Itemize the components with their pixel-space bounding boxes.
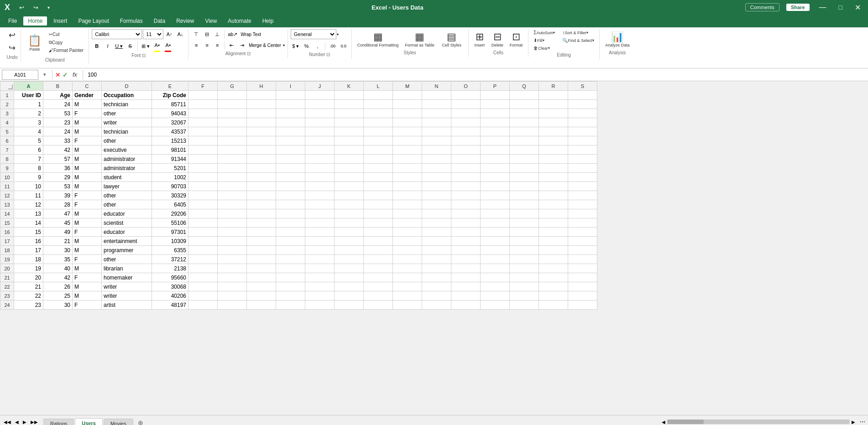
cell-d21[interactable]: homemaker [102, 273, 152, 282]
cell-m6[interactable] [393, 136, 422, 145]
cell-q22[interactable] [510, 282, 539, 291]
cell-h24[interactable] [247, 301, 276, 310]
cell-e18[interactable]: 6355 [152, 246, 188, 255]
cell-a23[interactable]: 22 [14, 291, 43, 301]
cell-o2[interactable] [451, 100, 481, 109]
cell-p4[interactable] [481, 118, 510, 127]
cell-d2[interactable]: technician [102, 100, 152, 109]
cell-o6[interactable] [451, 136, 481, 145]
cell-l11[interactable] [364, 182, 393, 191]
formula-fx-button[interactable]: fx [70, 71, 80, 78]
find-select-button[interactable]: 🔍 Find & Select ▾ [560, 37, 596, 44]
cell-d15[interactable]: scientist [102, 218, 152, 228]
cell-n8[interactable] [422, 155, 451, 164]
cell-j9[interactable] [305, 164, 335, 173]
cell-f19[interactable] [188, 255, 218, 264]
cell-c2[interactable]: M [73, 100, 102, 109]
cell-g11[interactable] [218, 182, 247, 191]
sheet-tab-users[interactable]: Users [75, 418, 103, 425]
clear-button[interactable]: 🗑 Clear ▾ [531, 45, 552, 52]
name-box[interactable]: A101 [2, 70, 38, 80]
cell-r22[interactable] [539, 282, 568, 291]
cell-c11[interactable]: M [73, 182, 102, 191]
cell-b22[interactable]: 26 [43, 282, 73, 291]
cell-m22[interactable] [393, 282, 422, 291]
col-header-l[interactable]: L [364, 82, 393, 91]
cell-i20[interactable] [276, 264, 305, 273]
maximize-button[interactable]: □ [836, 4, 845, 11]
cell-n11[interactable] [422, 182, 451, 191]
cell-h1[interactable] [247, 91, 276, 100]
cell-g19[interactable] [218, 255, 247, 264]
cell-s4[interactable] [568, 118, 597, 127]
cell-o10[interactable] [451, 173, 481, 182]
bold-button[interactable]: B [92, 41, 102, 51]
cell-a20[interactable]: 19 [14, 264, 43, 273]
cell-j4[interactable] [305, 118, 335, 127]
cell-e2[interactable]: 85711 [152, 100, 188, 109]
fill-button[interactable]: ⬇ Fill ▾ [531, 37, 547, 44]
formula-confirm-button[interactable]: ✓ [63, 71, 68, 78]
cell-a19[interactable]: 18 [14, 255, 43, 264]
cell-j12[interactable] [305, 191, 335, 200]
cell-k1[interactable] [335, 91, 364, 100]
cell-e23[interactable]: 40206 [152, 291, 188, 301]
cell-f23[interactable] [188, 291, 218, 301]
cell-m19[interactable] [393, 255, 422, 264]
cell-e16[interactable]: 97301 [152, 228, 188, 237]
cell-a24[interactable]: 23 [14, 301, 43, 310]
tab-nav-right-button[interactable]: ▶▶ [29, 419, 40, 425]
cell-n18[interactable] [422, 246, 451, 255]
cell-k4[interactable] [335, 118, 364, 127]
tab-nav-left-button[interactable]: ◀◀ [2, 419, 13, 425]
cell-f12[interactable] [188, 191, 218, 200]
cell-f10[interactable] [188, 173, 218, 182]
merge-dropdown-icon[interactable]: ▾ [283, 43, 285, 47]
cell-l5[interactable] [364, 127, 393, 136]
cell-j3[interactable] [305, 109, 335, 118]
cell-c17[interactable]: M [73, 237, 102, 246]
underline-button[interactable]: U ▾ [114, 41, 124, 51]
cell-r12[interactable] [539, 191, 568, 200]
cell-e14[interactable]: 29206 [152, 209, 188, 218]
col-header-i[interactable]: I [276, 82, 305, 91]
cell-m10[interactable] [393, 173, 422, 182]
cell-s10[interactable] [568, 173, 597, 182]
cell-a14[interactable]: 13 [14, 209, 43, 218]
cell-i10[interactable] [276, 173, 305, 182]
formula-input[interactable] [86, 70, 866, 80]
cell-r5[interactable] [539, 127, 568, 136]
cell-e9[interactable]: 5201 [152, 164, 188, 173]
cell-n3[interactable] [422, 109, 451, 118]
cell-s19[interactable] [568, 255, 597, 264]
cell-r19[interactable] [539, 255, 568, 264]
cell-k7[interactable] [335, 145, 364, 155]
quick-access-redo[interactable]: ↪ [33, 4, 38, 11]
font-shrink-button[interactable]: A↓ [175, 29, 185, 39]
cell-j13[interactable] [305, 200, 335, 209]
cell-k22[interactable] [335, 282, 364, 291]
cell-r6[interactable] [539, 136, 568, 145]
cell-k20[interactable] [335, 264, 364, 273]
cell-q15[interactable] [510, 218, 539, 228]
cell-s5[interactable] [568, 127, 597, 136]
cell-h9[interactable] [247, 164, 276, 173]
cell-c3[interactable]: F [73, 109, 102, 118]
cell-s15[interactable] [568, 218, 597, 228]
cell-b23[interactable]: 25 [43, 291, 73, 301]
cell-m24[interactable] [393, 301, 422, 310]
cell-o23[interactable] [451, 291, 481, 301]
cell-g8[interactable] [218, 155, 247, 164]
cell-c7[interactable]: M [73, 145, 102, 155]
cell-f4[interactable] [188, 118, 218, 127]
cell-b24[interactable]: 30 [43, 301, 73, 310]
formula-cancel-button[interactable]: ✕ [55, 71, 61, 78]
cell-h3[interactable] [247, 109, 276, 118]
cell-s24[interactable] [568, 301, 597, 310]
tab-nav-next-button[interactable]: ▶ [21, 419, 28, 425]
cell-p24[interactable] [481, 301, 510, 310]
cell-q16[interactable] [510, 228, 539, 237]
cell-j16[interactable] [305, 228, 335, 237]
italic-button[interactable]: I [103, 41, 113, 51]
cell-o18[interactable] [451, 246, 481, 255]
